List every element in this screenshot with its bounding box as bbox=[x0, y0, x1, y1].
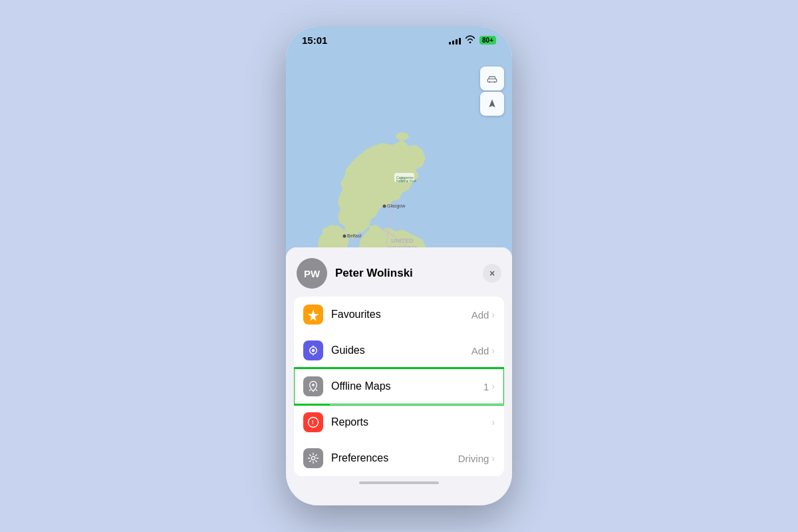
avatar: PW bbox=[297, 258, 327, 289]
reports-right: › bbox=[491, 417, 495, 428]
sheet-header: PW Peter Wolinski × bbox=[286, 247, 512, 297]
svg-text:National Park: National Park bbox=[396, 179, 417, 183]
reports-icon: ! bbox=[303, 412, 323, 432]
svg-point-8 bbox=[343, 235, 346, 238]
reports-chevron: › bbox=[491, 417, 495, 428]
svg-point-1 bbox=[396, 132, 409, 140]
menu-item-guides[interactable]: Guides Add › bbox=[294, 332, 504, 368]
home-bar bbox=[359, 481, 439, 484]
guides-label: Guides bbox=[331, 344, 464, 356]
preferences-right: Driving › bbox=[458, 453, 495, 464]
status-bar: 15:01 80+ bbox=[286, 27, 512, 49]
phone-frame: 15:01 80+ bbox=[286, 27, 512, 505]
svg-point-21 bbox=[312, 384, 315, 386]
menu-list: Favourites Add › Guides bbox=[294, 297, 504, 476]
favourites-right: Add › bbox=[471, 309, 495, 321]
reports-label: Reports bbox=[331, 416, 483, 428]
offline-maps-icon bbox=[303, 376, 323, 396]
guides-right: Add › bbox=[471, 345, 495, 356]
svg-point-23 bbox=[311, 456, 315, 460]
close-button[interactable]: × bbox=[483, 264, 501, 283]
svg-point-6 bbox=[383, 205, 386, 208]
favourites-add: Add bbox=[471, 309, 489, 321]
svg-point-16 bbox=[494, 81, 495, 82]
svg-text:Belfast: Belfast bbox=[347, 233, 361, 238]
guides-icon bbox=[303, 340, 323, 360]
svg-point-15 bbox=[489, 81, 490, 82]
favourites-chevron: › bbox=[491, 309, 495, 320]
menu-item-reports[interactable]: ! Reports › bbox=[294, 404, 504, 440]
battery-indicator: 80+ bbox=[479, 36, 496, 45]
bottom-sheet: PW Peter Wolinski × Favourites Add › bbox=[286, 247, 512, 505]
offline-maps-right: 1 › bbox=[483, 381, 495, 392]
favourites-icon bbox=[303, 305, 323, 325]
offline-maps-chevron: › bbox=[491, 381, 495, 392]
svg-text:!: ! bbox=[312, 419, 314, 426]
svg-rect-14 bbox=[487, 79, 497, 82]
user-name: Peter Wolinski bbox=[335, 267, 475, 280]
svg-text:UNITED: UNITED bbox=[391, 237, 414, 244]
menu-item-favourites[interactable]: Favourites Add › bbox=[294, 297, 504, 332]
guides-chevron: › bbox=[491, 345, 495, 356]
preferences-chevron: › bbox=[491, 453, 495, 464]
offline-maps-label: Offline Maps bbox=[331, 380, 475, 392]
favourites-label: Favourites bbox=[331, 309, 464, 321]
map-controls bbox=[480, 66, 504, 116]
svg-text:Glasgow: Glasgow bbox=[387, 203, 406, 209]
location-button[interactable] bbox=[480, 92, 504, 116]
offline-maps-count: 1 bbox=[483, 381, 489, 392]
home-indicator bbox=[286, 476, 512, 487]
svg-point-18 bbox=[312, 349, 315, 352]
status-time: 15:01 bbox=[302, 35, 327, 46]
preferences-icon bbox=[303, 448, 323, 468]
wifi-icon bbox=[465, 35, 475, 45]
signal-icon bbox=[449, 37, 461, 45]
car-mode-button[interactable] bbox=[480, 66, 504, 90]
menu-item-offline-maps[interactable]: Offline Maps 1 › bbox=[294, 368, 504, 404]
status-icons: 80+ bbox=[449, 35, 496, 45]
preferences-label: Preferences bbox=[331, 452, 450, 464]
guides-add: Add bbox=[471, 345, 489, 356]
menu-item-preferences[interactable]: Preferences Driving › bbox=[294, 440, 504, 476]
preferences-value: Driving bbox=[458, 453, 489, 464]
